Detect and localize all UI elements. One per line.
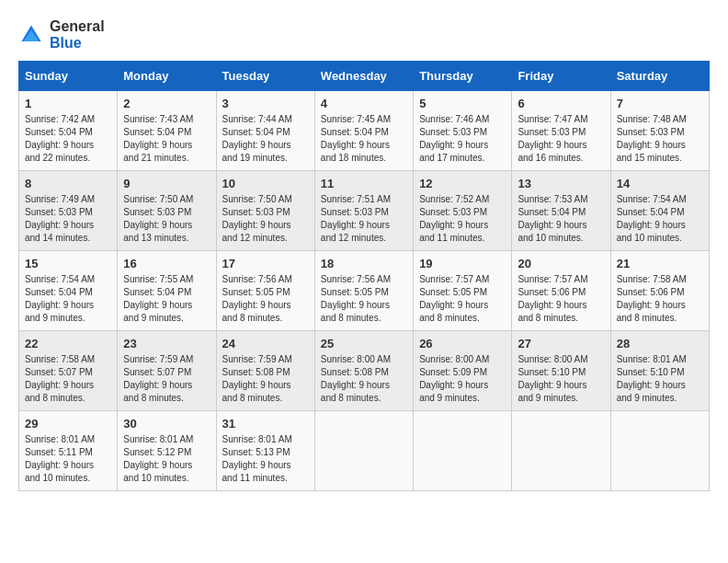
day-info: Sunrise: 7:56 AM Sunset: 5:05 PM Dayligh… xyxy=(222,273,309,325)
sunset-label: Sunset: 5:06 PM xyxy=(617,287,685,297)
day-info: Sunrise: 7:54 AM Sunset: 5:04 PM Dayligh… xyxy=(25,273,111,325)
calendar-day-cell xyxy=(314,411,413,491)
day-info: Sunrise: 8:00 AM Sunset: 5:09 PM Dayligh… xyxy=(419,353,506,405)
weekday-header: Thursday xyxy=(414,62,512,91)
calendar-day-cell: 21 Sunrise: 7:58 AM Sunset: 5:06 PM Dayl… xyxy=(610,251,709,331)
calendar-day-cell: 5 Sunrise: 7:46 AM Sunset: 5:03 PM Dayli… xyxy=(414,91,512,171)
daylight-label: Daylight: 9 hours and 8 minutes. xyxy=(419,300,488,323)
calendar-day-cell: 26 Sunrise: 8:00 AM Sunset: 5:09 PM Dayl… xyxy=(414,331,512,411)
day-info: Sunrise: 7:49 AM Sunset: 5:03 PM Dayligh… xyxy=(25,193,111,245)
calendar-day-cell: 25 Sunrise: 8:00 AM Sunset: 5:08 PM Dayl… xyxy=(314,331,413,411)
sunrise-label: Sunrise: 7:43 AM xyxy=(123,114,193,124)
calendar-day-cell: 16 Sunrise: 7:55 AM Sunset: 5:04 PM Dayl… xyxy=(118,251,216,331)
day-info: Sunrise: 7:53 AM Sunset: 5:04 PM Dayligh… xyxy=(518,193,604,245)
day-info: Sunrise: 7:52 AM Sunset: 5:03 PM Dayligh… xyxy=(419,193,506,245)
sunrise-label: Sunrise: 7:42 AM xyxy=(25,114,95,124)
sunrise-label: Sunrise: 7:46 AM xyxy=(419,114,489,124)
daylight-label: Daylight: 9 hours and 8 minutes. xyxy=(222,300,291,323)
daylight-label: Daylight: 9 hours and 12 minutes. xyxy=(321,220,390,243)
logo-icon xyxy=(18,22,44,48)
daylight-label: Daylight: 9 hours and 17 minutes. xyxy=(419,140,488,163)
daylight-label: Daylight: 9 hours and 15 minutes. xyxy=(617,140,686,163)
calendar-day-cell: 19 Sunrise: 7:57 AM Sunset: 5:05 PM Dayl… xyxy=(414,251,512,331)
sunset-label: Sunset: 5:03 PM xyxy=(222,207,290,217)
calendar-day-cell: 30 Sunrise: 8:01 AM Sunset: 5:12 PM Dayl… xyxy=(118,411,216,491)
calendar-day-cell: 18 Sunrise: 7:56 AM Sunset: 5:05 PM Dayl… xyxy=(314,251,413,331)
day-info: Sunrise: 7:43 AM Sunset: 5:04 PM Dayligh… xyxy=(123,113,210,165)
sunrise-label: Sunrise: 7:50 AM xyxy=(123,194,193,204)
logo: General Blue xyxy=(18,18,105,52)
calendar-day-cell: 17 Sunrise: 7:56 AM Sunset: 5:05 PM Dayl… xyxy=(216,251,314,331)
calendar-day-cell: 15 Sunrise: 7:54 AM Sunset: 5:04 PM Dayl… xyxy=(19,251,118,331)
calendar-day-cell: 24 Sunrise: 7:59 AM Sunset: 5:08 PM Dayl… xyxy=(216,331,314,411)
day-info: Sunrise: 8:01 AM Sunset: 5:12 PM Dayligh… xyxy=(123,433,210,485)
sunrise-label: Sunrise: 8:01 AM xyxy=(222,434,292,444)
sunset-label: Sunset: 5:03 PM xyxy=(518,127,586,137)
calendar-week-row: 15 Sunrise: 7:54 AM Sunset: 5:04 PM Dayl… xyxy=(19,251,710,331)
sunset-label: Sunset: 5:03 PM xyxy=(25,207,93,217)
day-number: 12 xyxy=(419,177,506,190)
calendar-day-cell: 2 Sunrise: 7:43 AM Sunset: 5:04 PM Dayli… xyxy=(118,91,216,171)
daylight-label: Daylight: 9 hours and 8 minutes. xyxy=(123,380,192,403)
daylight-label: Daylight: 9 hours and 8 minutes. xyxy=(222,380,291,403)
sunset-label: Sunset: 5:08 PM xyxy=(321,367,389,377)
sunrise-label: Sunrise: 7:45 AM xyxy=(321,114,391,124)
day-number: 1 xyxy=(25,97,111,110)
daylight-label: Daylight: 9 hours and 10 minutes. xyxy=(617,220,686,243)
sunset-label: Sunset: 5:12 PM xyxy=(123,447,191,457)
sunset-label: Sunset: 5:03 PM xyxy=(617,127,685,137)
daylight-label: Daylight: 9 hours and 9 minutes. xyxy=(617,380,686,403)
daylight-label: Daylight: 9 hours and 11 minutes. xyxy=(222,460,291,483)
daylight-label: Daylight: 9 hours and 8 minutes. xyxy=(321,300,390,323)
sunset-label: Sunset: 5:03 PM xyxy=(321,207,389,217)
day-info: Sunrise: 7:58 AM Sunset: 5:07 PM Dayligh… xyxy=(25,353,111,405)
sunrise-label: Sunrise: 7:54 AM xyxy=(25,274,95,284)
calendar-day-cell: 1 Sunrise: 7:42 AM Sunset: 5:04 PM Dayli… xyxy=(19,91,118,171)
daylight-label: Daylight: 9 hours and 9 minutes. xyxy=(419,380,488,403)
daylight-label: Daylight: 9 hours and 16 minutes. xyxy=(518,140,586,163)
day-info: Sunrise: 7:51 AM Sunset: 5:03 PM Dayligh… xyxy=(321,193,407,245)
sunset-label: Sunset: 5:07 PM xyxy=(25,367,93,377)
day-number: 15 xyxy=(25,257,111,270)
day-info: Sunrise: 7:45 AM Sunset: 5:04 PM Dayligh… xyxy=(321,113,407,165)
sunset-label: Sunset: 5:06 PM xyxy=(518,287,586,297)
day-number: 21 xyxy=(617,257,703,270)
daylight-label: Daylight: 9 hours and 14 minutes. xyxy=(25,220,94,243)
calendar-day-cell: 22 Sunrise: 7:58 AM Sunset: 5:07 PM Dayl… xyxy=(19,331,118,411)
day-info: Sunrise: 8:01 AM Sunset: 5:13 PM Dayligh… xyxy=(222,433,309,485)
day-number: 30 xyxy=(123,417,210,431)
day-number: 3 xyxy=(222,97,309,110)
sunset-label: Sunset: 5:10 PM xyxy=(617,367,685,377)
sunrise-label: Sunrise: 7:48 AM xyxy=(617,114,687,124)
day-number: 7 xyxy=(617,97,703,110)
calendar-day-cell: 8 Sunrise: 7:49 AM Sunset: 5:03 PM Dayli… xyxy=(19,171,118,251)
sunset-label: Sunset: 5:04 PM xyxy=(123,127,191,137)
daylight-label: Daylight: 9 hours and 8 minutes. xyxy=(321,380,390,403)
day-info: Sunrise: 7:59 AM Sunset: 5:08 PM Dayligh… xyxy=(222,353,309,405)
day-number: 16 xyxy=(123,257,210,270)
calendar-day-cell: 23 Sunrise: 7:59 AM Sunset: 5:07 PM Dayl… xyxy=(118,331,216,411)
daylight-label: Daylight: 9 hours and 10 minutes. xyxy=(25,460,94,483)
weekday-header: Saturday xyxy=(610,62,709,91)
sunset-label: Sunset: 5:11 PM xyxy=(25,447,93,457)
day-number: 19 xyxy=(419,257,506,270)
sunrise-label: Sunrise: 7:55 AM xyxy=(123,274,193,284)
sunset-label: Sunset: 5:04 PM xyxy=(617,207,685,217)
sunrise-label: Sunrise: 7:56 AM xyxy=(321,274,391,284)
day-info: Sunrise: 7:50 AM Sunset: 5:03 PM Dayligh… xyxy=(222,193,309,245)
daylight-label: Daylight: 9 hours and 11 minutes. xyxy=(419,220,488,243)
sunrise-label: Sunrise: 7:57 AM xyxy=(518,274,587,284)
sunrise-label: Sunrise: 8:01 AM xyxy=(617,354,687,364)
page-header: General Blue xyxy=(18,18,710,52)
day-number: 9 xyxy=(123,177,210,190)
calendar-day-cell: 13 Sunrise: 7:53 AM Sunset: 5:04 PM Dayl… xyxy=(512,171,610,251)
day-number: 29 xyxy=(25,417,111,431)
sunrise-label: Sunrise: 8:01 AM xyxy=(25,434,95,444)
weekday-header: Wednesday xyxy=(314,62,413,91)
day-info: Sunrise: 7:56 AM Sunset: 5:05 PM Dayligh… xyxy=(321,273,407,325)
day-info: Sunrise: 7:50 AM Sunset: 5:03 PM Dayligh… xyxy=(123,193,210,245)
calendar-day-cell: 4 Sunrise: 7:45 AM Sunset: 5:04 PM Dayli… xyxy=(314,91,413,171)
calendar-day-cell: 31 Sunrise: 8:01 AM Sunset: 5:13 PM Dayl… xyxy=(216,411,314,491)
calendar-day-cell: 20 Sunrise: 7:57 AM Sunset: 5:06 PM Dayl… xyxy=(512,251,610,331)
sunset-label: Sunset: 5:04 PM xyxy=(518,207,586,217)
